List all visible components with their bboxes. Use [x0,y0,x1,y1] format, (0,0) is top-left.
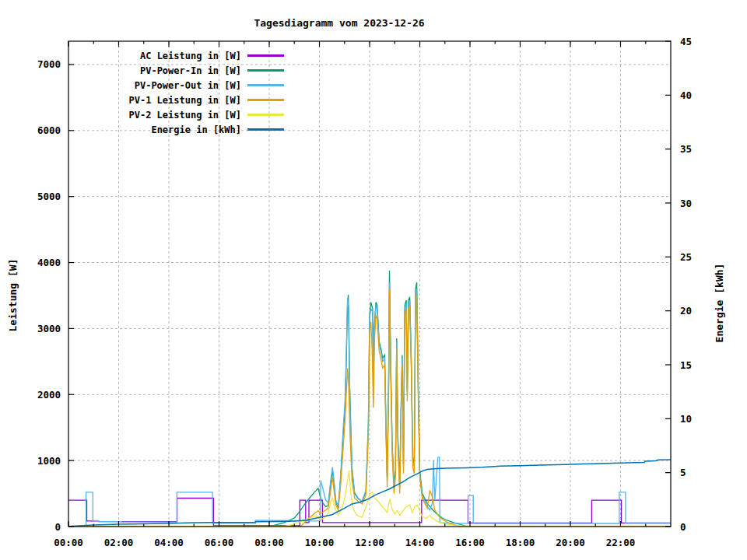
y-right-tick-label: 20 [680,305,692,317]
x-tick-label: 02:00 [104,537,134,548]
legend-label: PV-1 Leistung in [W] [61,95,241,106]
legend-label: PV-Power-Out in [W] [61,80,241,91]
y-right-tick-label: 15 [680,359,692,371]
legend-line-sample [247,69,284,72]
x-tick-label: 04:00 [154,537,184,548]
legend-line-sample [247,114,284,116]
chart-title: Tagesdiagramm vom 2023-12-26 [0,17,679,29]
y-left-axis-label: Leistung [W] [7,218,19,373]
x-tick-label: 00:00 [54,537,83,548]
y-left-tick-label: 0 [54,521,61,533]
legend-item: PV-1 Leistung in [W] [61,93,284,107]
y-right-tick-label: 25 [680,251,692,263]
y-left-tick-label: 4000 [37,257,61,268]
legend-line-sample [247,54,284,57]
y-right-tick-label: 40 [680,89,692,101]
y-right-tick-label: 35 [680,143,692,155]
legend-line-sample [247,128,284,131]
x-tick-label: 20:00 [556,537,585,548]
legend-label: PV-2 Leistung in [W] [61,110,241,121]
y-left-tick-label: 1000 [37,455,61,467]
x-tick-label: 18:00 [506,537,535,548]
y-left-tick-label: 6000 [37,124,61,136]
x-tick-label: 06:00 [205,537,234,548]
y-left-tick-label: 7000 [37,58,61,70]
x-tick-label: 12:00 [355,537,384,548]
y-right-tick-label: 0 [680,521,686,533]
legend: AC Leistung in [W] PV-Power-In in [W] PV… [61,48,284,137]
x-tick-label: 22:00 [606,537,636,548]
legend-item: Energie in [kWh] [61,122,284,137]
legend-item: PV-2 Leistung in [W] [61,107,284,122]
legend-item: AC Leistung in [W] [61,48,284,63]
legend-line-sample [247,99,284,101]
series-line-Energie-in-[kWh] [68,460,671,527]
legend-label: PV-Power-In in [W] [61,65,241,76]
x-tick-label: 16:00 [455,537,485,548]
x-tick-label: 10:00 [305,537,335,548]
y-right-tick-label: 10 [680,413,692,425]
x-tick-label: 14:00 [405,537,435,548]
x-tick-label: 08:00 [254,537,284,548]
legend-item: PV-Power-Out in [W] [61,78,284,93]
y-right-tick-label: 30 [680,198,692,209]
legend-label: Energie in [kWh] [61,124,241,135]
legend-line-sample [247,84,284,86]
y-right-axis-label: Energie [kWh] [714,226,725,381]
tagesdiagramm-chart: 00:0002:0004:0006:0008:0010:0012:0014:00… [0,0,747,560]
y-right-tick-label: 45 [680,36,692,47]
y-right-tick-label: 5 [680,467,686,478]
legend-item: PV-Power-In in [W] [61,63,284,78]
legend-label: AC Leistung in [W] [61,51,241,61]
y-left-tick-label: 5000 [37,191,61,202]
y-left-tick-label: 3000 [37,323,61,334]
y-left-tick-label: 2000 [37,389,61,401]
